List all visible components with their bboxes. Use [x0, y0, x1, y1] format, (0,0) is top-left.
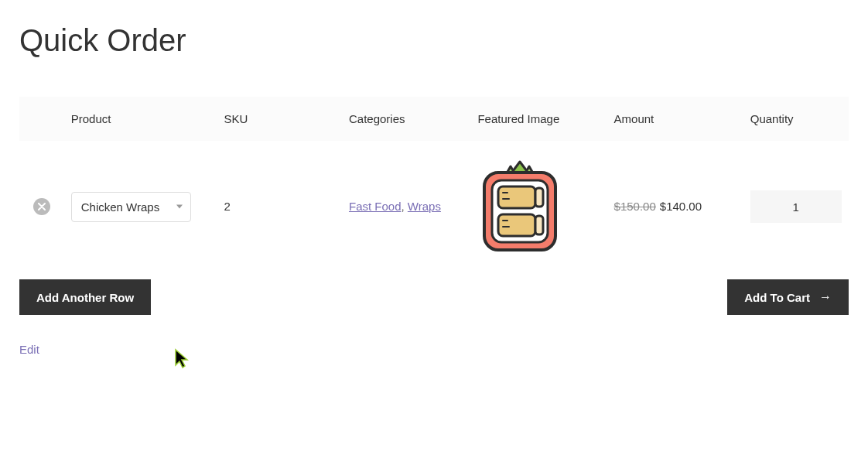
arrow-right-icon: → — [819, 290, 832, 304]
sku-value: 2 — [224, 200, 230, 213]
product-select[interactable]: Chicken Wraps — [71, 192, 191, 222]
table-row: Chicken Wraps 2 Fast Food, Wraps — [19, 141, 849, 259]
add-to-cart-button[interactable]: Add To Cart → — [727, 279, 849, 315]
header-sku: SKU — [224, 112, 349, 125]
chevron-down-icon — [176, 205, 183, 209]
quantity-input[interactable] — [750, 190, 842, 223]
svg-rect-6 — [498, 214, 535, 236]
product-select-value: Chicken Wraps — [81, 200, 159, 214]
header-amount: Amount — [614, 112, 750, 125]
header-quantity: Quantity — [750, 112, 849, 125]
svg-rect-3 — [535, 188, 543, 207]
svg-rect-2 — [498, 186, 535, 208]
wrap-food-icon — [478, 160, 562, 253]
order-table: Product SKU Categories Featured Image Am… — [19, 97, 849, 259]
category-link-2[interactable]: Wraps — [408, 200, 441, 213]
remove-row-button[interactable] — [33, 198, 50, 215]
featured-image — [477, 160, 562, 253]
edit-link[interactable]: Edit — [19, 343, 39, 356]
header-product: Product — [65, 112, 224, 125]
category-link-1[interactable]: Fast Food — [349, 200, 402, 213]
add-to-cart-label: Add To Cart — [744, 291, 810, 304]
header-categories: Categories — [349, 112, 477, 125]
svg-rect-7 — [535, 216, 543, 234]
close-icon — [38, 203, 46, 210]
header-image: Featured Image — [477, 112, 613, 125]
page-title: Quick Order — [19, 23, 849, 58]
original-price: $150.00 — [614, 200, 656, 213]
table-header: Product SKU Categories Featured Image Am… — [19, 97, 849, 141]
category-separator: , — [402, 200, 408, 213]
button-row: Add Another Row Add To Cart → — [19, 279, 849, 315]
add-another-row-button[interactable]: Add Another Row — [19, 279, 151, 315]
sale-price: $140.00 — [660, 200, 702, 213]
